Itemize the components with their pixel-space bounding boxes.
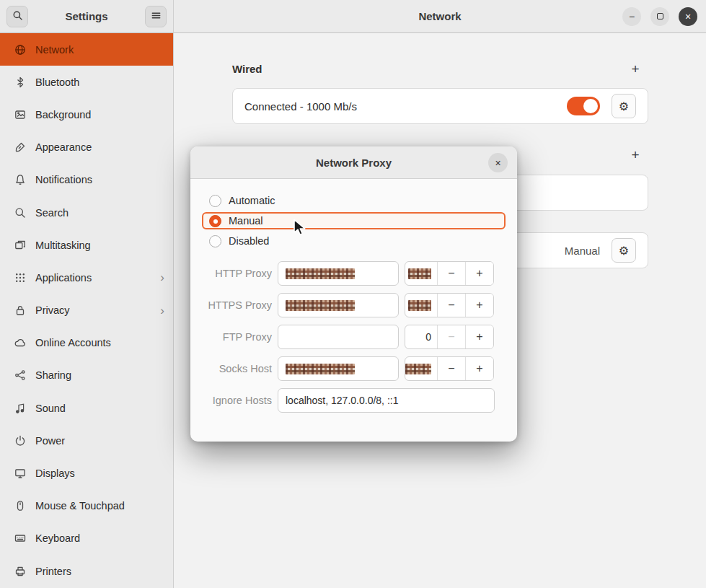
sidebar-item-power[interactable]: Power xyxy=(0,424,173,457)
field-label: Ignore Hosts xyxy=(202,395,272,406)
cloud-icon xyxy=(14,337,26,348)
sidebar-item-label: Sharing xyxy=(35,369,71,381)
appearance-icon xyxy=(14,141,26,153)
ftp-proxy-input[interactable] xyxy=(278,325,399,349)
sidebar-headerbar: Settings xyxy=(0,0,174,33)
plus-icon: + xyxy=(476,330,482,343)
sidebar-item-appearance[interactable]: Appearance xyxy=(0,131,173,164)
sidebar-item-label: Notifications xyxy=(35,174,92,185)
increment-button[interactable]: + xyxy=(465,262,493,285)
sidebar-item-background[interactable]: Background xyxy=(0,98,173,131)
hamburger-icon xyxy=(151,10,162,23)
radio-unchecked-icon xyxy=(209,235,221,247)
sidebar-item-label: Multitasking xyxy=(35,240,91,251)
sidebar-item-label: Background xyxy=(35,109,91,120)
mouse-icon xyxy=(14,500,26,512)
sidebar-item-search[interactable]: Search xyxy=(0,196,173,229)
ftp-proxy-row: FTP Proxy 0 − + xyxy=(202,325,506,349)
https-port-spinner: − + xyxy=(405,293,494,317)
socks-host-input[interactable] xyxy=(278,356,399,381)
sidebar-item-label: Keyboard xyxy=(35,532,80,544)
sidebar-item-mouse-touchpad[interactable]: Mouse & Touchpad xyxy=(0,490,173,522)
proxy-option-disabled[interactable]: Disabled xyxy=(202,232,506,250)
close-window-button[interactable]: × xyxy=(679,7,697,26)
sidebar-item-privacy[interactable]: Privacy › xyxy=(0,294,173,327)
increment-button[interactable]: + xyxy=(465,357,493,380)
sidebar-item-applications[interactable]: Applications › xyxy=(0,261,173,294)
sidebar-item-label: Bluetooth xyxy=(35,76,79,88)
main-headerbar: Network − × xyxy=(174,0,706,33)
plus-icon: + xyxy=(476,267,482,280)
increment-button[interactable]: + xyxy=(465,325,493,348)
background-icon xyxy=(14,109,26,120)
sidebar-item-label: Printers xyxy=(35,566,71,577)
decrement-button[interactable]: − xyxy=(437,294,465,317)
sidebar-item-bluetooth[interactable]: Bluetooth xyxy=(0,66,173,98)
wired-toggle[interactable] xyxy=(567,97,600,115)
proxy-settings-button[interactable]: ⚙ xyxy=(612,238,636,263)
minus-icon: − xyxy=(448,330,454,343)
chevron-right-icon: › xyxy=(160,304,164,317)
dialog-header: Network Proxy × xyxy=(190,146,517,179)
sidebar-item-displays[interactable]: Displays xyxy=(0,457,173,489)
sidebar-item-label: Mouse & Touchpad xyxy=(35,500,125,512)
search-button[interactable] xyxy=(6,6,28,27)
ignore-hosts-input[interactable] xyxy=(278,388,495,413)
socks-host-row: Socks Host − + xyxy=(202,356,506,381)
proxy-option-automatic[interactable]: Automatic xyxy=(202,192,506,209)
bell-icon xyxy=(14,174,26,185)
sidebar-item-keyboard[interactable]: Keyboard xyxy=(0,522,173,555)
sidebar-item-sharing[interactable]: Sharing xyxy=(0,359,173,392)
wired-connection-row[interactable]: Connected - 1000 Mb/s ⚙ xyxy=(232,88,648,124)
proxy-mode-value: Manual xyxy=(565,245,600,257)
sidebar-item-online-accounts[interactable]: Online Accounts xyxy=(0,327,173,359)
socks-port-spinner: − + xyxy=(405,356,494,381)
radio-label: Manual xyxy=(229,215,263,227)
ftp-port-value[interactable]: 0 xyxy=(405,325,437,348)
sidebar-item-printers[interactable]: Printers xyxy=(0,555,173,587)
http-proxy-input[interactable] xyxy=(278,261,399,286)
dialog-close-button[interactable]: × xyxy=(488,153,508,172)
sidebar-item-network[interactable]: Network xyxy=(0,33,173,66)
socks-port-value[interactable] xyxy=(405,357,437,380)
decrement-button[interactable]: − xyxy=(437,325,465,348)
search-icon xyxy=(14,207,26,219)
minus-icon: − xyxy=(448,267,454,280)
lock-icon xyxy=(14,304,26,316)
redacted-text xyxy=(286,268,355,279)
add-vpn-button[interactable]: + xyxy=(625,145,645,165)
radio-label: Automatic xyxy=(229,195,275,206)
app-title: Settings xyxy=(65,10,107,22)
sidebar-item-multitasking[interactable]: Multitasking xyxy=(0,229,173,261)
minimize-button[interactable]: − xyxy=(622,7,641,26)
decrement-button[interactable]: − xyxy=(437,357,465,380)
power-icon xyxy=(14,435,26,447)
window-controls: − × xyxy=(622,7,697,26)
menu-button[interactable] xyxy=(145,6,167,27)
add-wired-button[interactable]: + xyxy=(625,59,645,79)
field-label: Socks Host xyxy=(202,363,272,374)
sidebar-item-sound[interactable]: Sound xyxy=(0,392,173,424)
close-icon: × xyxy=(685,11,691,22)
https-proxy-input[interactable] xyxy=(278,293,399,317)
field-label: FTP Proxy xyxy=(202,331,272,343)
redacted-text xyxy=(408,300,431,311)
maximize-icon xyxy=(657,13,663,19)
http-port-value[interactable] xyxy=(405,262,437,285)
redacted-text xyxy=(286,300,355,311)
increment-button[interactable]: + xyxy=(465,294,493,317)
titlebar: Settings Network − × xyxy=(0,0,706,33)
decrement-button[interactable]: − xyxy=(437,262,465,285)
wired-settings-button[interactable]: ⚙ xyxy=(612,94,636,118)
keyboard-icon xyxy=(14,532,26,544)
toggle-knob xyxy=(583,99,598,113)
https-port-value[interactable] xyxy=(405,294,437,317)
proxy-option-manual[interactable]: Manual xyxy=(202,212,506,229)
gear-icon: ⚙ xyxy=(619,100,629,113)
maximize-button[interactable] xyxy=(650,7,669,26)
minus-icon: − xyxy=(448,299,454,312)
plus-icon: + xyxy=(476,299,482,312)
sidebar-item-notifications[interactable]: Notifications xyxy=(0,164,173,196)
sidebar-item-label: Online Accounts xyxy=(35,337,111,348)
https-proxy-row: HTTPS Proxy − + xyxy=(202,293,506,317)
